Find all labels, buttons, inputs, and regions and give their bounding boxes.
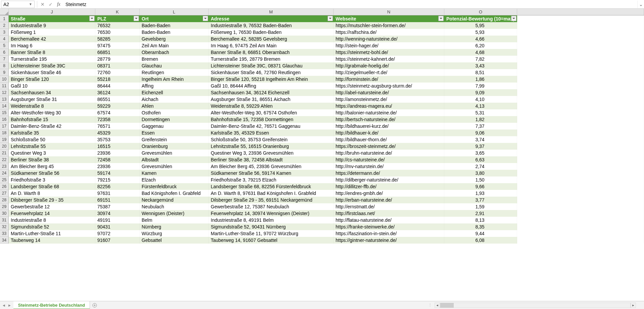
cell[interactable]: Binger Straße 120, 55218 Ingelheim Am Rh… — [209, 76, 334, 83]
filter-dropdown-icon[interactable] — [328, 16, 333, 21]
cell[interactable]: 6,08 — [444, 237, 517, 244]
cell[interactable]: 30974 — [95, 210, 140, 217]
cell[interactable]: 59174 — [95, 170, 140, 176]
cell[interactable]: Oberarnbach — [140, 49, 209, 56]
cell[interactable]: http://endres-gmbh.de/ — [334, 190, 444, 197]
cell[interactable]: Martin-Luther-Straße 11 — [9, 230, 95, 237]
cell[interactable]: Bad Königshofen I. Grabfeld — [140, 190, 209, 197]
cell[interactable]: Elzach — [140, 176, 209, 183]
cell[interactable]: 82256 — [95, 183, 140, 190]
row-header[interactable]: 6 — [0, 49, 9, 56]
cell-blank[interactable] — [517, 197, 644, 203]
cell[interactable]: Sickenhäuser Straße 46 — [9, 69, 95, 76]
cell[interactable]: Reutlingen — [140, 69, 209, 76]
row-header[interactable]: 3 — [0, 29, 9, 36]
cell[interactable]: http://bertsch-natursteine.de/ — [334, 116, 444, 123]
cell[interactable]: 76532 — [95, 22, 140, 29]
cell[interactable]: Gaßl 10, 86444 Affing — [209, 83, 334, 89]
cell[interactable]: 6,63 — [444, 156, 517, 163]
column-header-N[interactable]: N — [334, 9, 444, 15]
cell[interactable]: Berchemallee 42, 58285 Gevelsberg — [209, 36, 334, 42]
cell[interactable]: 97631 — [95, 190, 140, 197]
cell-blank[interactable] — [517, 130, 644, 136]
row-header[interactable]: 24 — [0, 170, 9, 176]
filter-dropdown-icon[interactable] — [203, 16, 208, 21]
cell[interactable]: https://andreas-magera.eu/ — [334, 103, 444, 109]
cell[interactable]: 9,66 — [444, 183, 517, 190]
cell[interactable]: Neubulach — [140, 203, 209, 210]
cell[interactable]: Daimler-Benz-Straße 42 — [9, 123, 95, 130]
cell-blank[interactable] — [517, 15, 644, 22]
cell[interactable]: 86444 — [95, 83, 140, 89]
cell[interactable]: 1,59 — [444, 203, 517, 210]
cell[interactable]: 72458 — [95, 156, 140, 163]
cell[interactable]: https://steinmetz-augsburg-sturm.de/ — [334, 83, 444, 89]
cell-blank[interactable] — [517, 56, 644, 62]
cell[interactable]: 1,86 — [444, 76, 517, 83]
cell[interactable]: 69151 — [95, 197, 140, 203]
cell[interactable]: Friedhofstraße 3 — [9, 176, 95, 183]
insert-function-icon[interactable]: fx — [55, 1, 63, 8]
cell[interactable]: Am Bleicher Berg 45 — [9, 163, 95, 170]
cell-blank[interactable] — [517, 190, 644, 197]
row-header[interactable]: 9 — [0, 69, 9, 76]
cell[interactable]: 76530 — [95, 29, 140, 36]
row-header[interactable]: 8 — [0, 62, 9, 69]
cell[interactable]: An D. Warth 8, 97631 Bad Königshofen I. … — [209, 190, 334, 197]
cell[interactable]: Banner Straße 8, 66851 Oberarnbach — [209, 49, 334, 56]
cell[interactable]: http://bildhauer-k.de/ — [334, 130, 444, 136]
cell[interactable]: 8,51 — [444, 69, 517, 76]
cell[interactable]: 86551 — [95, 96, 140, 103]
cell[interactable]: 2,91 — [444, 210, 517, 217]
cell[interactable]: Grevesmühlen — [140, 163, 209, 170]
cell[interactable]: 75387 — [95, 203, 140, 210]
column-header-J[interactable]: J — [9, 9, 95, 15]
cell[interactable]: 76571 — [95, 123, 140, 130]
cell[interactable]: Dilsberger Straße 29 - 35, 69151 Neckarg… — [209, 197, 334, 203]
cell-blank[interactable] — [517, 116, 644, 123]
cell[interactable]: Am Bleicher Berg 45, 23936 Grevesmühlen — [209, 163, 334, 170]
cell[interactable]: 6,20 — [444, 42, 517, 49]
cancel-formula-icon[interactable]: ✕ — [39, 1, 47, 8]
cell[interactable]: Lichtensteiner Straße 39C — [9, 62, 95, 69]
cell[interactable]: Dormettingen — [140, 116, 209, 123]
row-header[interactable]: 26 — [0, 183, 9, 190]
cell[interactable]: Albstadt — [140, 156, 209, 163]
name-box-dropdown-icon[interactable]: ▼ — [29, 2, 32, 6]
cell[interactable]: http://bildhauerei-kurz.de/ — [334, 123, 444, 130]
cell[interactable]: Im Haag 6, 97475 Zeil Am Main — [209, 42, 334, 49]
cell[interactable]: 91607 — [95, 237, 140, 244]
cell[interactable]: https://ralfschira.de/ — [334, 29, 444, 36]
cell-blank[interactable] — [517, 42, 644, 49]
table-header-cell[interactable]: PLZ — [95, 15, 140, 22]
cell-blank[interactable] — [517, 103, 644, 109]
cell-blank[interactable] — [517, 49, 644, 56]
cell-blank[interactable] — [517, 217, 644, 223]
cell[interactable]: Questiner Weg 3, 23936 Grevesmühlen — [209, 150, 334, 156]
cell[interactable]: Im Haag 6 — [9, 42, 95, 49]
cell[interactable]: 36124 — [95, 89, 140, 96]
cell-blank[interactable] — [517, 62, 644, 69]
cell[interactable]: Aichach — [140, 96, 209, 103]
cell-blank[interactable] — [517, 176, 644, 183]
cell[interactable]: Industriestraße 9 — [9, 22, 95, 29]
cell[interactable]: Bahnhofstraße 15 — [9, 116, 95, 123]
cell[interactable]: http://grabmale-hoelig.de/ — [334, 62, 444, 69]
row-header[interactable]: 19 — [0, 136, 9, 143]
column-header-O[interactable]: O — [444, 9, 517, 15]
cell[interactable]: Tauberweg 14, 91607 Gebsattel — [209, 237, 334, 244]
cell[interactable]: 3,74 — [444, 136, 517, 143]
expand-formula-bar-icon[interactable]: ⌄ — [637, 1, 644, 8]
cell[interactable]: Berchemallee 42 — [9, 36, 95, 42]
cell[interactable]: Feuerwehrplatz 14 — [9, 210, 95, 217]
row-header[interactable]: 4 — [0, 36, 9, 42]
table-header-cell[interactable]: Potenzial-Bewertung (10=max) — [444, 15, 517, 22]
table-header-cell[interactable]: Webseite — [334, 15, 444, 22]
row-header[interactable]: 28 — [0, 197, 9, 203]
cell[interactable]: Osthofen — [140, 109, 209, 116]
cell-blank[interactable] — [517, 136, 644, 143]
cell[interactable]: http://flatau-natursteine.de/ — [334, 217, 444, 223]
cell[interactable]: Banner Straße 8 — [9, 49, 95, 56]
row-header[interactable]: 13 — [0, 96, 9, 103]
cell[interactable]: http://wenning-natursteine.de/ — [334, 36, 444, 42]
